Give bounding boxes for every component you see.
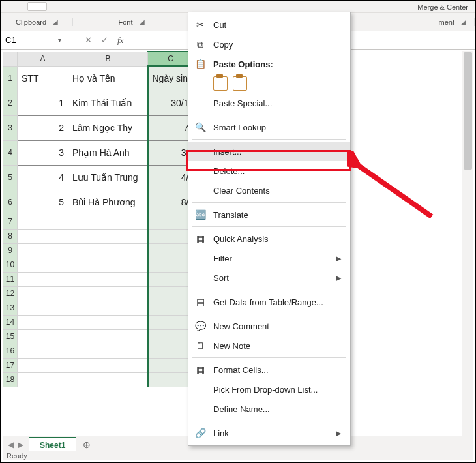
- row-header[interactable]: 1: [3, 66, 18, 91]
- menu-pick-from-list[interactable]: Pick From Drop-down List...: [188, 380, 350, 399]
- cell[interactable]: [68, 286, 148, 301]
- row-header[interactable]: 16: [3, 344, 18, 358]
- cell[interactable]: [68, 315, 148, 329]
- cell[interactable]: [148, 272, 194, 286]
- cell[interactable]: STT: [18, 66, 68, 91]
- cell[interactable]: [68, 272, 148, 286]
- row-header[interactable]: 6: [3, 190, 18, 215]
- cell[interactable]: [68, 344, 148, 358]
- cell[interactable]: [18, 272, 68, 286]
- cell[interactable]: Họ và Tên: [68, 66, 148, 91]
- row-header[interactable]: 18: [3, 372, 18, 387]
- cell[interactable]: 7: [148, 115, 194, 140]
- menu-smart-lookup[interactable]: 🔍 Smart Lookup: [188, 117, 350, 137]
- cell[interactable]: [18, 329, 68, 344]
- menu-filter[interactable]: Filter ▶: [188, 248, 350, 268]
- menu-sort[interactable]: Sort ▶: [188, 268, 350, 288]
- tab-nav-next-icon[interactable]: ▶: [18, 440, 23, 449]
- cell[interactable]: Phạm Hà Anh: [68, 140, 148, 165]
- row-header[interactable]: 15: [3, 329, 18, 344]
- accept-icon[interactable]: ✓: [101, 35, 108, 45]
- cell[interactable]: [18, 215, 68, 229]
- cell[interactable]: [18, 243, 68, 258]
- cell[interactable]: [148, 243, 194, 258]
- cell[interactable]: Bùi Hà Phương: [68, 190, 148, 215]
- row-header[interactable]: 2: [3, 91, 18, 115]
- cell[interactable]: [68, 358, 148, 372]
- cell[interactable]: [18, 372, 68, 387]
- scroll-thumb[interactable]: [464, 52, 472, 170]
- cell[interactable]: 4/: [148, 165, 194, 190]
- cell[interactable]: [18, 344, 68, 358]
- cell[interactable]: [148, 229, 194, 243]
- cell[interactable]: Lưu Tuấn Trung: [68, 165, 148, 190]
- vertical-scrollbar[interactable]: [462, 51, 473, 441]
- row-header[interactable]: 3: [3, 115, 18, 140]
- row-header[interactable]: 17: [3, 358, 18, 372]
- menu-copy[interactable]: ⧉ Copy: [188, 35, 350, 54]
- cell[interactable]: [68, 229, 148, 243]
- row-header[interactable]: 10: [3, 258, 18, 272]
- menu-quick-analysis[interactable]: ▦ Quick Analysis: [188, 229, 350, 248]
- menu-get-data[interactable]: ▤ Get Data from Table/Range...: [188, 292, 350, 312]
- fx-icon[interactable]: fx: [117, 35, 123, 46]
- cell[interactable]: [18, 229, 68, 243]
- cell[interactable]: [68, 215, 148, 229]
- menu-new-comment[interactable]: 💬 New Comment: [188, 316, 350, 336]
- row-header[interactable]: 4: [3, 140, 18, 165]
- menu-paste-special[interactable]: Paste Special...: [188, 93, 350, 113]
- row-header[interactable]: 9: [3, 243, 18, 258]
- cell[interactable]: [148, 215, 194, 229]
- cell[interactable]: [68, 301, 148, 315]
- add-sheet-button[interactable]: ⊕: [76, 440, 97, 450]
- merge-center-label[interactable]: Merge & Center: [417, 3, 468, 11]
- ribbon-button-fragment[interactable]: [27, 2, 47, 11]
- select-all-corner[interactable]: [3, 52, 18, 66]
- cell[interactable]: [18, 258, 68, 272]
- dialog-launcher-icon[interactable]: ◢: [140, 18, 145, 25]
- cell[interactable]: [18, 358, 68, 372]
- cell[interactable]: 3: [18, 140, 68, 165]
- cell[interactable]: 5: [18, 190, 68, 215]
- cell[interactable]: [148, 301, 194, 315]
- menu-clear-contents[interactable]: Clear Contents: [188, 181, 350, 200]
- row-header[interactable]: 12: [3, 286, 18, 301]
- cell[interactable]: [18, 301, 68, 315]
- cell[interactable]: Lâm Ngọc Thy: [68, 115, 148, 140]
- dialog-launcher-icon[interactable]: ◢: [461, 18, 466, 25]
- paste-option-default-icon[interactable]: [213, 76, 228, 91]
- col-header-C[interactable]: C: [148, 52, 194, 66]
- row-header[interactable]: 8: [3, 229, 18, 243]
- cell[interactable]: [68, 329, 148, 344]
- cancel-icon[interactable]: ✕: [85, 35, 92, 45]
- cell[interactable]: [68, 372, 148, 387]
- menu-translate[interactable]: 🔤 Translate: [188, 205, 350, 224]
- cell[interactable]: [148, 372, 194, 387]
- sheet-tab-active[interactable]: Sheet1: [29, 437, 76, 453]
- cell[interactable]: 30/1: [148, 91, 194, 115]
- dialog-launcher-icon[interactable]: ◢: [53, 18, 58, 25]
- cell[interactable]: 4: [18, 165, 68, 190]
- cell[interactable]: 2: [18, 115, 68, 140]
- menu-define-name[interactable]: Define Name...: [188, 399, 350, 419]
- cell[interactable]: [148, 286, 194, 301]
- cell[interactable]: [18, 315, 68, 329]
- tab-nav-prev-icon[interactable]: ◀: [8, 440, 14, 449]
- cell[interactable]: [148, 329, 194, 344]
- row-header[interactable]: 11: [3, 272, 18, 286]
- cell[interactable]: Ngày sin: [148, 66, 194, 91]
- cell[interactable]: Kim Thái Tuấn: [68, 91, 148, 115]
- chevron-down-icon[interactable]: ▾: [53, 37, 65, 44]
- cell[interactable]: [68, 258, 148, 272]
- menu-link[interactable]: 🔗 Link ▶: [188, 423, 350, 443]
- cell[interactable]: 1: [18, 91, 68, 115]
- cell[interactable]: [148, 258, 194, 272]
- cell[interactable]: 3/: [148, 140, 194, 165]
- cell[interactable]: [18, 286, 68, 301]
- cell[interactable]: [148, 344, 194, 358]
- cell[interactable]: 8/: [148, 190, 194, 215]
- col-header-B[interactable]: B: [68, 52, 148, 66]
- menu-format-cells[interactable]: ▦ Format Cells...: [188, 360, 350, 380]
- row-header[interactable]: 14: [3, 315, 18, 329]
- row-header[interactable]: 5: [3, 165, 18, 190]
